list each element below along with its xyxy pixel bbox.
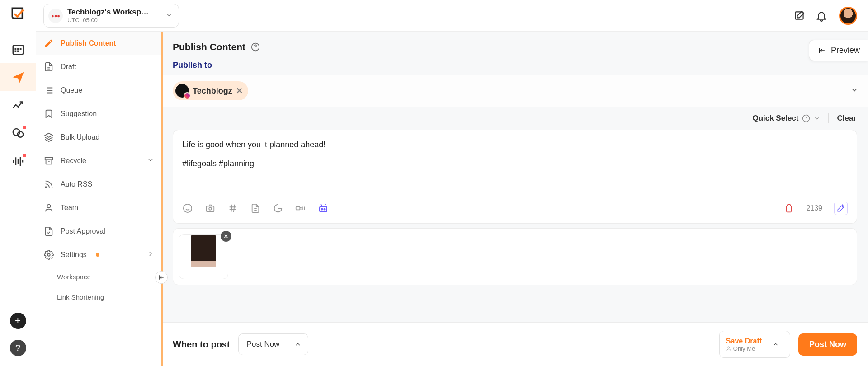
remove-account-button[interactable]: ✕ (236, 86, 243, 96)
nav-queue[interactable]: Queue (36, 79, 161, 102)
nav-label: Auto RSS (61, 180, 92, 188)
emoji-icon[interactable] (182, 203, 193, 214)
nav-label: Draft (61, 63, 76, 71)
secondary-nav: Publish Content Draft Queue Suggestion (36, 32, 162, 366)
media-card: ✕ (173, 228, 857, 285)
file-check-icon (43, 226, 54, 237)
quick-select-row: Quick Select Clear (162, 107, 868, 130)
nav-draft[interactable]: Draft (36, 55, 161, 79)
quick-select-button[interactable]: Quick Select (752, 114, 820, 123)
svg-rect-3 (19, 48, 21, 50)
help-icon[interactable] (251, 42, 260, 52)
nav-post-approval[interactable]: Post Approval (36, 220, 161, 243)
chevron-up-icon (766, 334, 785, 355)
notification-dot-icon (23, 154, 26, 157)
composer-toolbar: 2139 (182, 194, 848, 215)
chevron-down-icon (165, 11, 173, 21)
nav-settings-workspace[interactable]: Workspace (36, 267, 161, 287)
nav-recycle[interactable]: Recycle (36, 149, 161, 173)
pie-chart-icon[interactable] (273, 203, 283, 214)
publish-to-row: Techblogz ✕ (162, 75, 868, 107)
nav-label: Settings (61, 251, 87, 259)
composer-card: Life is good when you it planned ahead! … (173, 130, 857, 224)
svg-point-11 (47, 205, 50, 208)
collapse-sidebar-button[interactable] (155, 271, 168, 284)
preview-button[interactable]: Preview (809, 40, 868, 61)
nav-settings[interactable]: Settings (36, 243, 161, 267)
divider (828, 113, 829, 123)
user-avatar[interactable] (839, 7, 857, 25)
hashtag-icon[interactable] (227, 203, 238, 214)
workspace-name: Techblogz's Worksp… (67, 8, 149, 17)
svg-rect-18 (296, 207, 300, 210)
nav-label: Bulk Upload (61, 133, 99, 141)
page-title: Publish Content (173, 42, 245, 52)
svg-point-22 (728, 347, 730, 348)
remove-media-button[interactable]: ✕ (221, 231, 231, 242)
file-icon (43, 61, 54, 72)
svg-rect-9 (45, 158, 53, 160)
svg-point-21 (324, 209, 326, 210)
archive-icon (43, 155, 54, 166)
magic-wand-button[interactable] (834, 202, 848, 215)
nav-accent-bar (161, 32, 163, 366)
gear-icon (43, 249, 54, 260)
svg-rect-4 (14, 51, 16, 52)
pencil-icon (43, 38, 54, 49)
nav-label: Team (61, 204, 78, 212)
workspace-switcher[interactable]: ●●● Techblogz's Worksp… UTC+05:00 (43, 4, 179, 28)
help-button[interactable]: ? (10, 340, 26, 356)
topbar: ●●● Techblogz's Worksp… UTC+05:00 (36, 0, 868, 32)
rail-listening[interactable] (0, 147, 36, 175)
compose-icon[interactable] (792, 8, 807, 23)
svg-point-10 (45, 187, 47, 188)
user-icon (43, 202, 54, 213)
expand-accounts-button[interactable] (850, 85, 859, 96)
nav-label: Recycle (61, 157, 86, 165)
attention-dot-icon (96, 253, 99, 257)
account-chip[interactable]: Techblogz ✕ (173, 81, 248, 100)
when-to-post-label: When to post (173, 339, 230, 350)
save-draft-button[interactable]: Save Draft Only Me (719, 331, 790, 358)
bell-icon[interactable] (814, 8, 829, 23)
rail-publish[interactable] (0, 63, 36, 91)
preview-label: Preview (831, 46, 860, 55)
composer-textarea[interactable]: Life is good when you it planned ahead! … (182, 140, 848, 194)
ai-robot-icon[interactable] (318, 203, 329, 214)
svg-point-15 (184, 204, 192, 212)
rail-calendar[interactable] (0, 35, 36, 63)
svg-point-20 (321, 209, 323, 210)
char-count: 2139 (806, 204, 822, 212)
svg-rect-5 (17, 51, 19, 52)
post-now-button[interactable]: Post Now (798, 333, 857, 356)
list-icon (43, 85, 54, 96)
nav-auto-rss[interactable]: Auto RSS (36, 173, 161, 196)
nav-settings-link-shortening[interactable]: Link Shortening (36, 287, 161, 307)
nav-team[interactable]: Team (36, 196, 161, 220)
rail-inbox[interactable] (0, 119, 36, 147)
template-icon[interactable] (250, 203, 261, 214)
account-avatar-icon (175, 84, 189, 98)
nav-label: Link Shortening (57, 293, 104, 301)
trash-icon[interactable] (783, 203, 794, 214)
nav-bulk-upload[interactable]: Bulk Upload (36, 126, 161, 149)
svg-rect-2 (17, 48, 19, 50)
media-thumbnail[interactable]: ✕ (179, 234, 228, 279)
schedule-mode-dropdown[interactable]: Post Now (238, 333, 309, 355)
save-draft-label: Save Draft (726, 337, 762, 345)
add-button[interactable]: + (10, 313, 26, 329)
nav-publish-content[interactable]: Publish Content (36, 32, 161, 55)
nav-label: Publish Content (61, 39, 116, 47)
schedule-bar: When to post Post Now Save Draft Only Me… (162, 322, 868, 366)
camera-icon[interactable] (205, 203, 216, 214)
bookmark-icon (43, 108, 54, 119)
main-content: Publish Content Preview Publish to Techb… (162, 32, 868, 366)
svg-point-17 (209, 207, 212, 210)
nav-suggestion[interactable]: Suggestion (36, 102, 161, 126)
quick-select-label: Quick Select (752, 114, 798, 123)
workspace-timezone: UTC+05:00 (67, 17, 149, 23)
svg-point-12 (47, 253, 50, 256)
rail-analytics[interactable] (0, 91, 36, 119)
plugin-icon[interactable] (295, 203, 306, 214)
clear-button[interactable]: Clear (837, 114, 856, 123)
